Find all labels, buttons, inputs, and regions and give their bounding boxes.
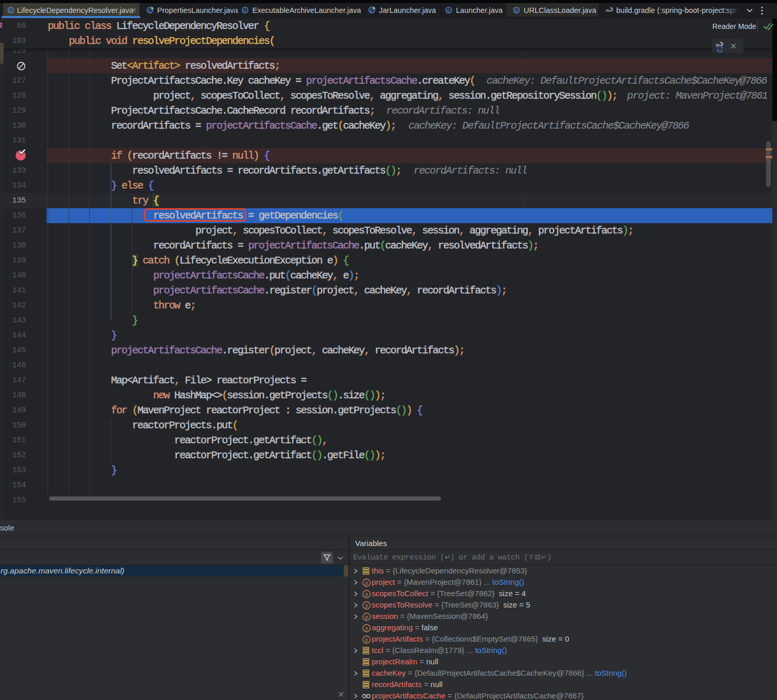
svg-text:p: p bbox=[365, 591, 368, 597]
svg-text:p: p bbox=[365, 614, 368, 619]
svg-text:C: C bbox=[9, 8, 12, 13]
svg-text:C: C bbox=[447, 8, 450, 13]
svg-text:C: C bbox=[515, 8, 518, 13]
svg-text:p: p bbox=[365, 625, 368, 631]
svg-text:p: p bbox=[365, 580, 368, 585]
svg-text:p: p bbox=[365, 636, 368, 642]
svg-text:p: p bbox=[365, 602, 368, 608]
svg-text:C: C bbox=[243, 8, 247, 13]
